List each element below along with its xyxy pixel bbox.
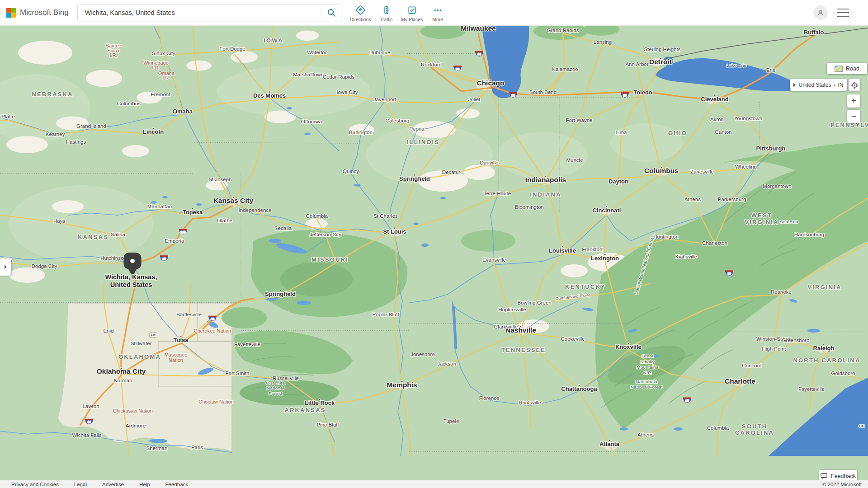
locate-me-button[interactable] <box>849 79 860 91</box>
zoom-in-glyph: + <box>851 96 857 106</box>
map-label: Grand Rapids <box>547 28 579 33</box>
traffic-button[interactable]: Traffic <box>373 3 399 22</box>
chevron-right-icon <box>5 265 7 269</box>
map-label: Wichita Falls <box>72 433 102 438</box>
map-label: Indianapolis <box>525 176 566 184</box>
map-label: Zanesville <box>690 169 714 175</box>
privacy-link[interactable]: Privacy and Cookies <box>11 482 59 487</box>
separator-dot <box>834 84 835 86</box>
map-label: INDIANA <box>530 192 561 198</box>
map-label: Platte <box>1 114 14 120</box>
zoom-out-button[interactable]: − <box>847 110 860 123</box>
directions-label: Directions <box>350 17 371 22</box>
account-avatar[interactable] <box>813 5 828 20</box>
map-label: KANSAS <box>78 235 108 241</box>
map-label: Goldsboro <box>831 371 855 376</box>
map-label: Grand Island <box>76 123 106 129</box>
sidebar-expander[interactable] <box>0 258 11 276</box>
map-label: Choctaw Nation <box>198 399 234 404</box>
my-places-icon <box>407 5 417 15</box>
map-label: Muncie <box>566 157 583 163</box>
map-label: Milwaukee <box>461 26 495 32</box>
map-label: Sea Run <box>780 219 798 224</box>
map-label: Lansing <box>594 39 612 45</box>
map-label: Galesburg <box>385 118 409 123</box>
map-label: Youngstown <box>734 116 762 121</box>
map-label: Jonesboro <box>410 352 435 357</box>
map-label: Quincy <box>343 169 359 174</box>
map-label: Erie <box>766 67 775 73</box>
my-places-button[interactable]: My Places <box>399 3 425 22</box>
more-label: More <box>432 17 443 22</box>
map-label: Akron <box>710 117 724 122</box>
pin-label-line1: Wichita, Kansas, <box>105 274 157 281</box>
map-label: Parkersburg <box>718 197 746 202</box>
map-label: Burlington <box>349 130 373 136</box>
feedback-link[interactable]: Feedback <box>165 482 189 487</box>
map-label: Hastings <box>66 139 86 145</box>
map-label: Huntsville <box>519 400 541 406</box>
map-label: ILLINOIS <box>407 139 439 145</box>
more-icon <box>433 5 443 15</box>
locate-icon <box>851 81 859 89</box>
map-label: Kalamazoo <box>552 67 578 72</box>
map-label: OKLAHOMA <box>118 354 161 361</box>
map-nav: Directions Traffic My Places <box>348 3 451 22</box>
map-label: Cookeville <box>561 336 585 342</box>
legal-link[interactable]: Legal <box>74 482 87 487</box>
svg-text:44: 44 <box>87 421 91 424</box>
directions-icon <box>355 5 366 15</box>
map-label: Toledo <box>633 90 652 96</box>
map-label: Bloomington <box>515 204 544 210</box>
map-label: St Charles <box>373 213 398 219</box>
advertise-link[interactable]: Advertise <box>102 482 124 487</box>
svg-text:94: 94 <box>477 53 481 56</box>
more-button[interactable]: More <box>425 3 451 22</box>
top-bar: Microsoft Bing Directions <box>0 0 868 26</box>
hamburger-menu-button[interactable] <box>837 9 849 17</box>
map-label: Paris <box>191 445 203 450</box>
map-label: ARKANSAS <box>284 407 326 413</box>
map-style-road-button[interactable]: Road <box>827 63 867 74</box>
svg-text:44: 44 <box>211 317 214 320</box>
map-label: Evansville <box>482 258 506 263</box>
map-label: Greensboro <box>782 338 810 343</box>
map-label: Decatur <box>442 170 461 175</box>
map-label: Peoria <box>409 126 425 131</box>
map-label: NEBRASKA <box>32 91 73 98</box>
brand-title[interactable]: Microsoft Bing <box>20 8 69 17</box>
map-canvas[interactable]: 949080801353544447785412 IOWANEBRASKAKAN… <box>0 26 868 480</box>
map-label: Buffalo <box>804 29 824 36</box>
region-selector[interactable]: United States IN <box>790 79 847 91</box>
svg-text:135: 135 <box>181 230 186 234</box>
map-label: Clarksville <box>494 324 518 329</box>
footer-bar: Privacy and Cookies Legal Advertise Help… <box>0 480 868 488</box>
map-label: Sterling Heights <box>644 47 681 52</box>
map-label: Athens <box>684 197 701 202</box>
map-label: Poplar Bluff <box>372 312 399 317</box>
map-label: Detroit <box>649 58 672 66</box>
search-icon[interactable] <box>326 8 336 18</box>
feedback-label: Feedback <box>831 473 856 479</box>
map-label: Fayetteville <box>798 386 825 392</box>
microsoft-logo-icon[interactable] <box>6 8 16 18</box>
region-label: United States <box>798 82 831 88</box>
svg-text:90: 90 <box>456 67 459 70</box>
map-label: Enid <box>103 328 113 333</box>
feedback-button[interactable]: Feedback <box>819 470 857 480</box>
map-label: Ardmore <box>126 423 146 428</box>
map-label: Fort Dodge <box>219 46 245 52</box>
map-label: Fort Wayne <box>566 117 593 123</box>
svg-text:80: 80 <box>511 94 515 97</box>
zoom-in-button[interactable]: + <box>847 94 860 108</box>
map-label: Bowling Green <box>517 300 551 305</box>
help-link[interactable]: Help <box>139 482 150 487</box>
svg-text:80: 80 <box>623 94 627 97</box>
map-label: Wheeling <box>735 164 757 169</box>
directions-button[interactable]: Directions <box>348 3 373 22</box>
map-label: Lexington <box>591 255 619 262</box>
search-input[interactable] <box>84 9 326 17</box>
map-label: Jackson <box>437 361 456 367</box>
map-label: Russellville <box>273 375 298 381</box>
map-label: Terre Haute <box>484 191 511 196</box>
